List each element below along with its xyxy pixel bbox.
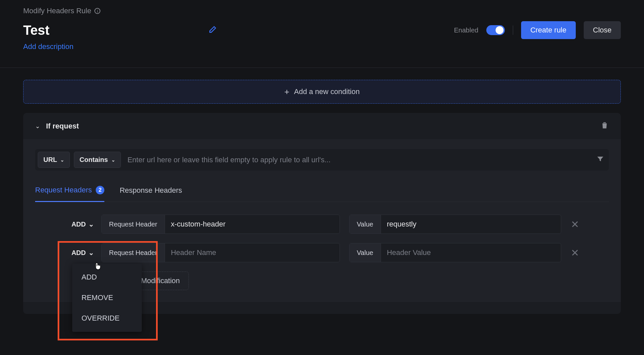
operator-label: Contains bbox=[80, 156, 108, 164]
operator-select[interactable]: Contains ⌄ bbox=[74, 152, 121, 168]
add-description-link[interactable]: Add description bbox=[23, 42, 74, 51]
chevron-down-icon: ⌄ bbox=[35, 123, 40, 130]
filter-icon[interactable] bbox=[596, 155, 604, 165]
create-rule-button[interactable]: Create rule bbox=[521, 21, 576, 39]
action-option-override[interactable]: OVERRIDE bbox=[72, 308, 142, 329]
action-option-remove[interactable]: REMOVE bbox=[72, 287, 142, 308]
header-value-field: Value bbox=[349, 243, 561, 262]
chevron-down-icon: ⌄ bbox=[88, 220, 94, 228]
action-dropdown: ADD REMOVE OVERRIDE bbox=[72, 264, 142, 332]
remove-row-button[interactable]: ✕ bbox=[561, 219, 581, 230]
chevron-down-icon: ⌄ bbox=[60, 157, 64, 163]
chevron-down-icon: ⌄ bbox=[111, 157, 115, 163]
breadcrumb-title: Modify Headers Rule bbox=[23, 7, 91, 15]
match-type-label: URL bbox=[43, 156, 57, 164]
header-value-input[interactable] bbox=[381, 243, 561, 262]
chevron-down-icon: ⌄ bbox=[88, 249, 94, 257]
enabled-label: Enabled bbox=[454, 26, 478, 34]
condition-header[interactable]: ⌄ If request bbox=[35, 122, 79, 130]
header-name-prefix: Request Header bbox=[102, 215, 165, 233]
url-input[interactable] bbox=[125, 153, 592, 167]
if-request-label: If request bbox=[46, 122, 79, 130]
header-name-field: Request Header bbox=[101, 243, 340, 262]
breadcrumb: Modify Headers Rule i bbox=[23, 7, 621, 15]
action-label: ADD bbox=[72, 249, 86, 257]
header-value-input[interactable] bbox=[381, 215, 561, 233]
add-condition-label: Add a new condition bbox=[294, 87, 360, 96]
header-value-prefix: Value bbox=[349, 243, 381, 262]
header-name-field: Request Header bbox=[101, 215, 340, 234]
tab-request-headers[interactable]: Request Headers 2 bbox=[35, 186, 104, 202]
action-option-add[interactable]: ADD bbox=[72, 267, 142, 287]
header-value-prefix: Value bbox=[349, 215, 381, 233]
action-select[interactable]: ADD ⌄ bbox=[72, 249, 101, 257]
header-name-input[interactable] bbox=[165, 215, 340, 233]
header-name-input[interactable] bbox=[165, 243, 340, 262]
close-button[interactable]: Close bbox=[584, 21, 621, 39]
tab-response-headers[interactable]: Response Headers bbox=[120, 186, 182, 202]
header-tabs: Request Headers 2 Response Headers bbox=[35, 186, 609, 202]
tab-request-label: Request Headers bbox=[35, 186, 92, 194]
rule-name: Test bbox=[23, 23, 49, 38]
condition-panel: ⌄ If request URL ⌄ Contains ⌄ bbox=[23, 113, 621, 314]
remove-row-button[interactable]: ✕ bbox=[561, 247, 581, 259]
tab-request-count: 2 bbox=[96, 186, 104, 194]
action-label: ADD bbox=[72, 221, 86, 228]
plus-icon: + bbox=[284, 87, 289, 96]
separator bbox=[513, 25, 513, 35]
header-name-prefix: Request Header bbox=[102, 243, 165, 262]
action-select[interactable]: ADD ⌄ bbox=[72, 220, 101, 228]
delete-condition-button[interactable] bbox=[600, 121, 609, 131]
info-icon[interactable]: i bbox=[94, 8, 100, 14]
tab-response-label: Response Headers bbox=[120, 186, 182, 195]
add-condition-button[interactable]: + Add a new condition bbox=[23, 80, 621, 104]
url-filter-row: URL ⌄ Contains ⌄ bbox=[35, 149, 609, 171]
enabled-toggle[interactable] bbox=[486, 25, 505, 35]
edit-name-icon[interactable] bbox=[208, 25, 217, 35]
match-type-select[interactable]: URL ⌄ bbox=[38, 152, 70, 168]
header-row: ADD ⌄ Request Header Value ✕ bbox=[35, 215, 609, 234]
header-value-field: Value bbox=[349, 215, 561, 234]
header-row: ADD ⌄ Request Header Value ✕ bbox=[35, 243, 609, 262]
